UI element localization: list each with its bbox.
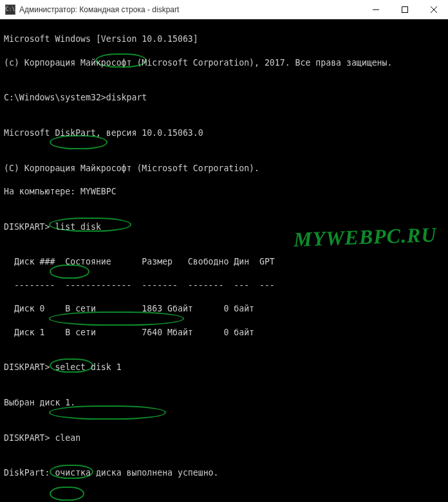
output-line: Microsoft DiskPart, версия 10.0.15063.0 <box>4 127 444 139</box>
window-titlebar: C:\ Администратор: Командная строка - di… <box>0 0 448 19</box>
table-row: Диск 0 В сети 1863 Gбайт 0 байт <box>4 303 444 315</box>
minimize-button[interactable] <box>361 0 390 19</box>
maximize-button[interactable] <box>390 0 419 19</box>
prompt-line: C:\Windows\system32>diskpart <box>4 92 444 104</box>
prompt-line: DISKPART> select disk 1 <box>4 362 444 373</box>
prompt-line: DISKPART> list disk <box>4 221 444 233</box>
output-line: На компьютере: MYWEBPC <box>4 186 444 198</box>
window-controls <box>361 0 448 19</box>
cmd-icon: C:\ <box>5 5 15 15</box>
table-divider: -------- ------------- ------- ------- -… <box>4 280 444 292</box>
output-line: Microsoft Windows [Version 10.0.15063] <box>4 33 444 45</box>
annotation-circle <box>50 487 84 501</box>
window-title: Администратор: Командная строка - diskpa… <box>19 5 361 14</box>
table-header: Диск ### Состояние Размер Свободно Дин G… <box>4 256 444 268</box>
output-line: (c) Корпорация Майкрософт (Microsoft Cor… <box>4 57 444 69</box>
prompt-line: DISKPART> clean <box>4 432 444 444</box>
output-line: Выбран диск 1. <box>4 397 444 409</box>
output-line: DiskPart: очистка диска выполнена успешн… <box>4 467 444 479</box>
terminal-output[interactable]: Microsoft Windows [Version 10.0.15063] (… <box>0 19 448 502</box>
close-button[interactable] <box>419 0 448 19</box>
svg-rect-1 <box>402 7 407 13</box>
output-line: (C) Корпорация Майкрософт (Microsoft Cor… <box>4 163 444 174</box>
table-row: Диск 1 В сети 7640 Mбайт 0 байт <box>4 327 444 339</box>
